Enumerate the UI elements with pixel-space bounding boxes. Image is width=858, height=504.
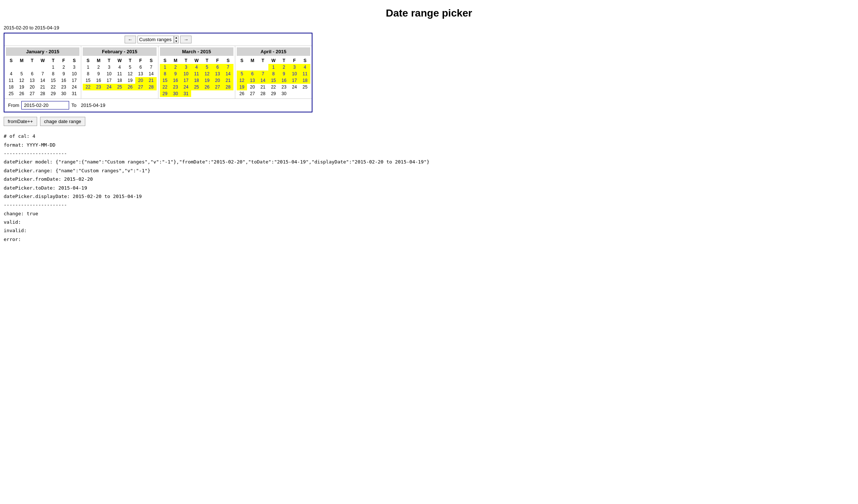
from-input[interactable] <box>21 101 69 109</box>
calendar-day[interactable]: 24 <box>69 84 80 90</box>
calendar-day[interactable]: 22 <box>160 84 171 90</box>
calendar-day[interactable]: 21 <box>146 77 157 84</box>
calendar-day[interactable]: 17 <box>181 77 192 84</box>
calendar-day[interactable]: 4 <box>191 64 202 71</box>
calendar-day[interactable]: 5 <box>125 64 136 71</box>
calendar-day[interactable]: 27 <box>212 84 223 90</box>
calendar-day[interactable]: 2 <box>93 64 104 71</box>
calendar-day[interactable]: 8 <box>160 71 171 77</box>
calendar-day[interactable]: 19 <box>237 84 247 90</box>
calendar-day[interactable]: 12 <box>125 71 136 77</box>
calendar-day[interactable]: 23 <box>279 84 289 90</box>
calendar-day[interactable]: 12 <box>202 71 212 77</box>
calendar-day[interactable]: 28 <box>146 84 157 90</box>
calendar-day[interactable]: 9 <box>170 71 181 77</box>
calendar-day[interactable]: 4 <box>114 64 125 71</box>
calendar-day[interactable]: 22 <box>48 84 58 90</box>
calendar-day[interactable]: 31 <box>69 90 80 97</box>
calendar-day[interactable]: 4 <box>6 71 17 77</box>
calendar-day[interactable]: 24 <box>181 84 192 90</box>
calendar-day[interactable]: 24 <box>104 84 114 90</box>
calendar-day[interactable]: 29 <box>268 90 279 97</box>
calendar-day[interactable]: 26 <box>125 84 136 90</box>
calendar-day[interactable]: 8 <box>48 71 58 77</box>
calendar-day[interactable]: 7 <box>223 64 233 71</box>
calendar-day[interactable]: 5 <box>17 71 27 77</box>
calendar-day[interactable]: 3 <box>104 64 114 71</box>
calendar-day[interactable]: 21 <box>258 84 268 90</box>
calendar-day[interactable]: 1 <box>268 64 279 71</box>
calendar-day[interactable]: 31 <box>181 90 192 97</box>
calendar-day[interactable]: 20 <box>135 77 146 84</box>
calendar-day[interactable]: 12 <box>17 77 27 84</box>
calendar-day[interactable]: 18 <box>114 77 125 84</box>
calendar-day[interactable]: 13 <box>212 71 223 77</box>
calendar-day[interactable]: 2 <box>279 64 289 71</box>
calendar-day[interactable]: 26 <box>17 90 27 97</box>
calendar-day[interactable]: 27 <box>135 84 146 90</box>
calendar-day[interactable]: 26 <box>237 90 247 97</box>
calendar-day[interactable]: 28 <box>258 90 268 97</box>
calendar-day[interactable]: 30 <box>170 90 181 97</box>
calendar-day[interactable]: 16 <box>58 77 69 84</box>
calendar-day[interactable]: 17 <box>69 77 80 84</box>
calendar-day[interactable]: 9 <box>58 71 69 77</box>
calendar-day[interactable]: 18 <box>6 84 17 90</box>
calendar-day[interactable]: 19 <box>202 77 212 84</box>
calendar-day[interactable]: 28 <box>223 84 233 90</box>
calendar-day[interactable]: 6 <box>212 64 223 71</box>
from-date-button[interactable]: fromDate++ <box>4 117 37 126</box>
calendar-day[interactable]: 9 <box>93 71 104 77</box>
calendar-day[interactable]: 27 <box>247 90 258 97</box>
prev-button[interactable]: ← <box>125 36 136 43</box>
calendar-day[interactable]: 30 <box>58 90 69 97</box>
calendar-day[interactable]: 7 <box>146 64 157 71</box>
calendar-day[interactable]: 22 <box>268 84 279 90</box>
calendar-day[interactable]: 8 <box>83 71 93 77</box>
calendar-day[interactable]: 9 <box>279 71 289 77</box>
calendar-day[interactable]: 25 <box>114 84 125 90</box>
calendar-day[interactable]: 29 <box>48 90 58 97</box>
calendar-day[interactable]: 7 <box>258 71 268 77</box>
calendar-day[interactable]: 7 <box>37 71 48 77</box>
calendar-day[interactable]: 1 <box>48 64 58 71</box>
calendar-day[interactable]: 5 <box>202 64 212 71</box>
calendar-day[interactable]: 11 <box>300 71 310 77</box>
calendar-day[interactable]: 13 <box>135 71 146 77</box>
calendar-day[interactable]: 23 <box>58 84 69 90</box>
calendar-day[interactable]: 23 <box>93 84 104 90</box>
calendar-day[interactable]: 5 <box>237 71 247 77</box>
calendar-day[interactable]: 20 <box>212 77 223 84</box>
calendar-day[interactable]: 14 <box>258 77 268 84</box>
calendar-day[interactable]: 16 <box>93 77 104 84</box>
calendar-day[interactable]: 22 <box>83 84 93 90</box>
calendar-day[interactable]: 25 <box>6 90 17 97</box>
calendar-day[interactable]: 2 <box>58 64 69 71</box>
calendar-day[interactable]: 10 <box>181 71 192 77</box>
select-arrows-icon[interactable]: ▲ ▼ <box>174 36 179 43</box>
calendar-day[interactable]: 6 <box>247 71 258 77</box>
calendar-day[interactable]: 30 <box>279 90 289 97</box>
calendar-day[interactable]: 8 <box>268 71 279 77</box>
calendar-day[interactable]: 25 <box>300 84 310 90</box>
calendar-day[interactable]: 17 <box>104 77 114 84</box>
calendar-day[interactable]: 13 <box>27 77 37 84</box>
calendar-day[interactable]: 27 <box>27 90 37 97</box>
calendar-day[interactable]: 20 <box>247 84 258 90</box>
calendar-day[interactable]: 6 <box>135 64 146 71</box>
calendar-day[interactable]: 15 <box>83 77 93 84</box>
next-button[interactable]: → <box>180 36 192 43</box>
calendar-day[interactable]: 19 <box>125 77 136 84</box>
calendar-day[interactable]: 21 <box>223 77 233 84</box>
calendar-day[interactable]: 24 <box>289 84 300 90</box>
calendar-day[interactable]: 13 <box>247 77 258 84</box>
calendar-day[interactable]: 1 <box>83 64 93 71</box>
calendar-day[interactable]: 12 <box>237 77 247 84</box>
calendar-day[interactable]: 18 <box>300 77 310 84</box>
calendar-day[interactable]: 10 <box>69 71 80 77</box>
calendar-day[interactable]: 20 <box>27 84 37 90</box>
calendar-day[interactable]: 18 <box>191 77 202 84</box>
calendar-day[interactable]: 14 <box>223 71 233 77</box>
calendar-day[interactable]: 2 <box>170 64 181 71</box>
calendar-day[interactable]: 29 <box>160 90 171 97</box>
